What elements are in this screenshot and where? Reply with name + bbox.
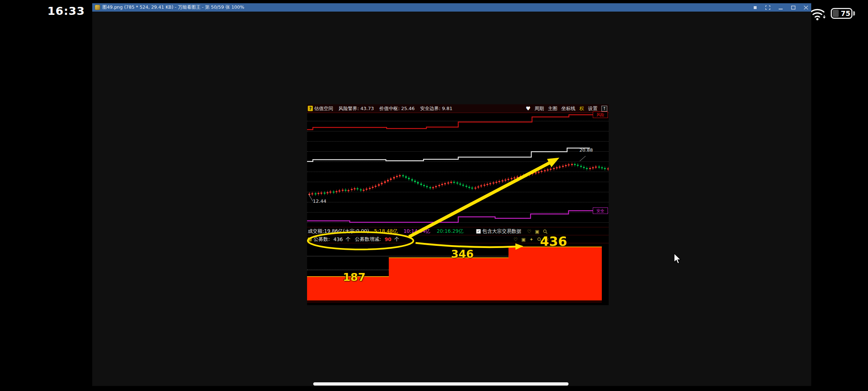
phone-screen: 16:33 HD 75 图49.png (785 * 524, 29.41 KB…: [0, 0, 868, 391]
window-title-bar[interactable]: 图49.png (785 * 524, 29.41 KB) - 万能看图王 - …: [92, 3, 811, 12]
risk-line-tag: 风险: [593, 112, 608, 118]
battery-level: 75: [839, 9, 852, 17]
battery-fill: [833, 10, 839, 17]
status-time: 16:33: [47, 4, 85, 17]
mouse-cursor: [673, 253, 683, 264]
wifi-icon: [809, 7, 827, 21]
step-value-187: 187: [343, 271, 365, 283]
maximize-button[interactable]: [791, 5, 796, 10]
step-value-346: 346: [451, 248, 473, 260]
viewer-window: 图49.png (785 * 524, 29.41 KB) - 万能看图王 - …: [92, 3, 811, 386]
low-value-label: 12.44: [313, 198, 326, 204]
window-title: 图49.png (785 * 524, 29.41 KB) - 万能看图王 - …: [102, 4, 244, 10]
app-icon: [95, 5, 100, 10]
battery-indicator: 75: [831, 8, 852, 19]
fit-screen-button[interactable]: [765, 5, 770, 10]
minimize-button[interactable]: [778, 5, 783, 10]
home-indicator[interactable]: [313, 382, 569, 386]
stock-chart-image: ? 估值空间 风险警界: 43.73 价值中枢: 25.46 安全边界: 9.8…: [307, 104, 609, 305]
pin-button[interactable]: [753, 5, 757, 10]
white-line-value: 20.88: [579, 147, 593, 153]
step-value-436: 436: [540, 234, 562, 249]
battery-nub: [853, 11, 855, 16]
close-button[interactable]: [804, 5, 808, 10]
safe-line-tag: 安全: [593, 207, 608, 214]
